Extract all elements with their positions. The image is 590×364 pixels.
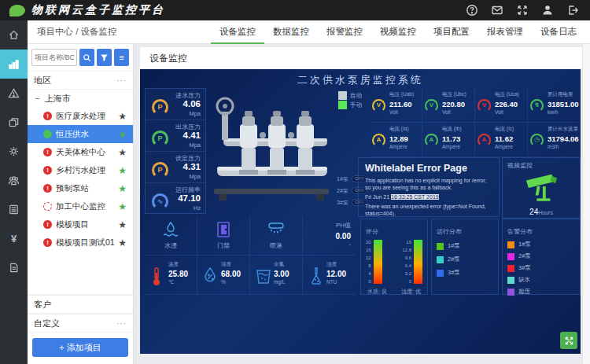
sidebar-item-monitor[interactable] [0, 50, 28, 79]
mode-legend: 自动 手动 [338, 91, 370, 110]
tab-video-monitor[interactable]: 视频监控 [371, 20, 425, 44]
sidebar-item-devices[interactable] [0, 195, 28, 224]
legend-swatch [507, 289, 514, 296]
thermometer-icon [149, 267, 164, 287]
metric-value: 31851.00 [548, 100, 581, 108]
metric-label: 电压 (Uca) [495, 91, 528, 98]
metric-label: 电流 (Ic) [495, 126, 528, 133]
star-icon[interactable] [118, 220, 127, 230]
tick: 8 [366, 263, 371, 268]
error-date-prefix: Fri Jun 21 [365, 194, 391, 200]
gauge-unit: Mpa [189, 173, 201, 180]
section-customer-label: 客户 [34, 299, 51, 311]
gauge-symbol: ↯ [532, 101, 542, 110]
legend-swatch [507, 265, 514, 272]
star-icon[interactable] [118, 148, 127, 157]
alarm-icon [43, 112, 52, 120]
add-project-button[interactable]: + 添加项目 [32, 338, 128, 357]
tab-alarm-monitor[interactable]: 报警监控 [318, 20, 371, 44]
voltage-gauge-icon: V [478, 99, 491, 112]
legend-swatch [437, 256, 444, 263]
gauge-value: 47.10 [178, 193, 201, 203]
project-row[interactable]: 乡村污水处理 [28, 161, 133, 179]
collapse-icon[interactable]: − [35, 94, 40, 103]
project-row[interactable]: 预制泵站 [28, 179, 133, 197]
tick: 0 [366, 279, 371, 284]
section-custom[interactable]: 自定义 ··· [28, 314, 133, 333]
custom-more-icon[interactable]: ··· [116, 319, 127, 328]
project-row[interactable]: 模板项目测试01 [28, 233, 133, 252]
tab-device-monitor[interactable]: 设备监控 [211, 20, 264, 44]
project-label: 加工中心监控 [56, 201, 118, 212]
help-icon[interactable] [466, 4, 478, 17]
sensor-tile-door: 门禁 [197, 216, 250, 256]
menu-icon[interactable]: ≡ [114, 49, 129, 66]
fullscreen-icon[interactable] [516, 4, 529, 17]
section-customer[interactable]: 客户 [28, 295, 133, 314]
search-icon[interactable] [79, 49, 94, 66]
camera-panel[interactable]: 视频监控 24Hours [502, 157, 581, 219]
dashboard-fullscreen-button[interactable] [560, 332, 577, 349]
star-icon[interactable] [118, 184, 127, 193]
top-header: 物联网云盒子监控平台 [0, 0, 590, 20]
sidebar-item-home[interactable] [0, 20, 28, 50]
mail-icon[interactable] [491, 4, 503, 17]
metric-tile: A 电流 (Ic)11.62Ampere [475, 123, 528, 157]
error-title: Whitelabel Error Page [365, 163, 492, 174]
sidebar-item-logs[interactable] [0, 253, 28, 282]
expand-icon [564, 336, 574, 346]
sidebar-item-users[interactable] [0, 166, 28, 195]
gauge-symbol: ∿ [154, 196, 166, 208]
metric-unit: kw/h [548, 109, 581, 115]
metric-unit: m3/h [548, 144, 581, 149]
gauge-symbol: P [154, 101, 166, 113]
sensor-label: PH值 [311, 221, 351, 230]
section-region[interactable]: 地区 ··· [28, 71, 133, 90]
metric-value: 211.60 [389, 100, 422, 108]
main-area: 设备监控 二次供水泵房监控系统 进水压力 P 4.06 Mpa 出水压力 P 4… [134, 44, 590, 364]
sensor-tile-sprinkler: 喷淋 [250, 216, 303, 256]
gauge-value: 4.31 [183, 162, 201, 171]
star-icon[interactable] [118, 112, 127, 121]
metric-label: 累计用电量 [548, 91, 581, 98]
sidebar-item-projects[interactable] [0, 108, 28, 137]
scrollbar[interactable] [582, 44, 590, 364]
gauge-symbol: P [154, 164, 166, 176]
project-row[interactable]: 加工中心监控 [28, 197, 133, 215]
tab-project-config[interactable]: 项目配置 [425, 20, 478, 44]
project-row[interactable]: 模板项目 [28, 215, 133, 233]
tick: 12.8 [402, 248, 411, 252]
project-row[interactable]: 医疗废水处理 [28, 107, 133, 125]
tab-data-monitor[interactable]: 数据监控 [264, 20, 318, 44]
sidebar-item-settings[interactable] [0, 137, 28, 166]
voltage-gauge-icon: V [425, 99, 438, 112]
breadcrumb[interactable]: 项目中心 / 设备监控 [28, 26, 117, 38]
sensor-label: 余氯 [274, 261, 301, 268]
user-icon[interactable] [541, 4, 554, 17]
region-more-icon[interactable]: ··· [116, 76, 127, 85]
alarm-icon [43, 148, 52, 156]
project-row[interactable]: 天美体检中心 [28, 143, 133, 161]
metric-unit: Volt [442, 109, 475, 115]
project-search-input[interactable] [31, 49, 77, 66]
camera-hours-value: 24 [529, 208, 538, 216]
gauge-unit: Mpa [189, 110, 201, 117]
tab-report-manage[interactable]: 报表管理 [478, 20, 532, 44]
energy-gauge-icon: ↯ [530, 99, 544, 112]
gauge-symbol: A [374, 135, 384, 145]
logout-icon[interactable] [566, 4, 579, 17]
project-row-selected[interactable]: 恒压供水 [28, 125, 133, 143]
star-icon[interactable] [118, 166, 127, 175]
tree-node-city[interactable]: − 上海市 [28, 90, 133, 107]
filter-icon[interactable] [97, 49, 112, 66]
tab-device-log[interactable]: 设备日志 [532, 20, 585, 44]
sidebar-item-alarm[interactable] [0, 79, 28, 108]
star-icon[interactable] [118, 130, 127, 139]
score-panel: 评分 20 16 12 8 4 0 [360, 219, 428, 295]
star-icon[interactable] [118, 202, 127, 211]
sprinkler-icon [266, 220, 286, 239]
sensor-grid: 水浸 门禁 喷淋 PH值 0.00 - 温度25.80℃ [145, 216, 358, 295]
project-label: 医疗废水处理 [56, 111, 118, 122]
sidebar-item-billing[interactable]: ¥ [0, 224, 28, 253]
star-icon[interactable] [118, 238, 127, 248]
